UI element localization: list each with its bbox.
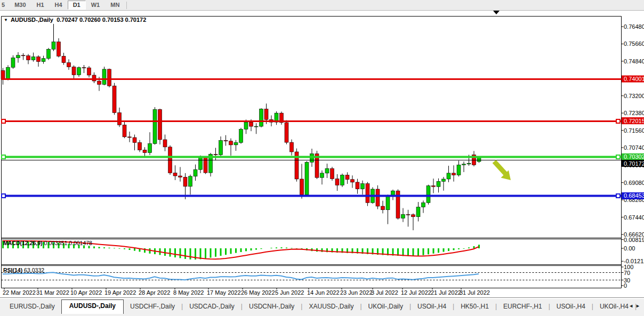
- price-axis-label: 0.70740: [624, 144, 644, 151]
- chart-tab-usoil-h4[interactable]: USOil-,H4: [550, 300, 592, 313]
- candle-body: [325, 168, 329, 173]
- price-axis-label: 0.72380: [624, 110, 644, 116]
- macd-name: MACD(12,26,9): [3, 240, 43, 246]
- chart-tabs-bar: EURUSD-,DailyAUDUSD-,DailyUSDCHF-,Daily|…: [0, 299, 644, 316]
- candle-body: [148, 144, 152, 153]
- candle-body: [21, 55, 25, 56]
- macd-histogram-bar: [271, 248, 272, 248]
- price-axis-label: 0.71560: [624, 127, 644, 134]
- date-axis-label: 5 Jun 2022: [275, 289, 304, 296]
- line-handle[interactable]: [2, 119, 5, 123]
- candle-body: [189, 176, 192, 187]
- macd-histogram-bar: [190, 248, 191, 260]
- candle-body: [452, 173, 456, 175]
- macd-histogram-bar: [205, 248, 206, 258]
- macd-histogram-bar: [245, 248, 247, 251]
- candle-body: [447, 173, 450, 179]
- chart-shift-marker-icon[interactable]: [493, 11, 500, 14]
- candle-body: [432, 186, 436, 187]
- candle-body: [6, 67, 10, 79]
- candle-body: [133, 137, 136, 142]
- macd-histogram-bar: [103, 247, 105, 248]
- date-axis-label: 21 Jul 2022: [431, 289, 461, 296]
- candle-body: [179, 176, 182, 177]
- date-axis-label: 14 Jun 2022: [307, 289, 340, 296]
- candle-body: [118, 112, 122, 125]
- candle-body: [183, 177, 187, 186]
- date-axis-label: 23 Jun 2022: [340, 289, 373, 296]
- collapse-triangle-icon[interactable]: ▼: [4, 18, 8, 22]
- price-axis-label: 0.69080: [624, 180, 644, 186]
- candle-body: [381, 206, 385, 210]
- candle-body: [386, 196, 390, 210]
- macd-histogram-bar: [443, 248, 445, 252]
- macd-histogram-bar: [114, 248, 115, 248]
- chart-tab-usdcnh-daily[interactable]: USDCNH-,Daily: [243, 300, 301, 313]
- price-badge-0.72015-text: 0.72015: [624, 118, 644, 124]
- date-axis-label: 26 May 2022: [241, 289, 275, 296]
- candle-body: [437, 181, 440, 187]
- tab-scroll-nav: ◄►: [629, 303, 642, 309]
- candle-body: [143, 150, 147, 152]
- candle-body: [194, 169, 197, 176]
- candle-body: [158, 109, 162, 140]
- date-axis-label: 22 Mar 2022: [3, 289, 36, 296]
- candle-body: [52, 42, 55, 49]
- candle-body: [254, 126, 258, 127]
- macd-histogram-bar: [407, 248, 409, 256]
- macd-values: 0.003351 0.001478: [44, 240, 92, 246]
- date-axis-label: 12 Jul 2022: [401, 289, 431, 296]
- chart-tab-usdchf-daily[interactable]: USDCHF-,Daily: [124, 300, 181, 313]
- macd-histogram-bar: [93, 246, 95, 248]
- candle-body: [62, 56, 66, 62]
- candle-body: [138, 143, 142, 150]
- tab-scroll-right-icon[interactable]: ►: [635, 303, 642, 309]
- candle-body: [204, 157, 207, 173]
- line-handle[interactable]: [2, 155, 5, 159]
- macd-histogram-bar: [417, 248, 419, 256]
- trading-platform-window: 5M30H1H4D1W1MN 0.764800.756600.748400.73…: [0, 0, 644, 316]
- candle-body: [112, 86, 116, 112]
- line-handle[interactable]: [2, 194, 5, 198]
- line-handle[interactable]: [616, 155, 620, 159]
- price-axis-label: 0.67440: [624, 214, 644, 221]
- candle-body: [239, 129, 243, 143]
- macd-histogram-bar: [291, 248, 293, 248]
- date-axis-label: 8 May 2022: [173, 289, 204, 296]
- macd-histogram-bar: [261, 248, 262, 249]
- line-handle[interactable]: [616, 194, 620, 198]
- macd-histogram-bar: [413, 248, 414, 256]
- macd-histogram-bar: [458, 248, 460, 249]
- macd-histogram-bar: [109, 248, 110, 248]
- candle-body: [77, 68, 81, 75]
- price-chart: 0.764800.756600.748400.732000.723800.715…: [0, 0, 644, 299]
- chart-tab-usdcad-daily[interactable]: USDCAD-,Daily: [183, 300, 241, 313]
- tab-scroll-left-icon[interactable]: ◄: [629, 303, 635, 309]
- candle-body: [416, 207, 420, 217]
- macd-histogram-bar: [174, 248, 176, 257]
- macd-histogram-bar: [276, 247, 277, 248]
- candle-body: [87, 68, 91, 75]
- chart-tab-eurchf-h1[interactable]: EURCHF-,H1: [497, 300, 549, 313]
- down-arrow-annotation[interactable]: [494, 161, 505, 174]
- chart-tab-audusd-daily[interactable]: AUDUSD-,Daily: [61, 299, 124, 314]
- candle-body: [264, 109, 268, 120]
- chart-tab-hk50-h1[interactable]: HK50-,H1: [454, 300, 495, 313]
- candle-body: [361, 184, 365, 189]
- line-handle[interactable]: [616, 119, 620, 123]
- candle-body: [442, 179, 446, 181]
- chart-tab-eurusd-daily[interactable]: EURUSD-,Daily: [3, 300, 61, 313]
- candle-body: [37, 57, 41, 62]
- macd-histogram-bar: [423, 248, 424, 255]
- candle-body: [47, 49, 51, 58]
- chart-tab-xauusd-daily[interactable]: XAUUSD-,Daily: [302, 300, 360, 313]
- candle-body: [249, 122, 253, 126]
- price-badge-0.70302-text: 0.70302: [624, 153, 644, 160]
- chart-tab-usoil-h4[interactable]: USOil-,H4: [411, 300, 453, 313]
- macd-histogram-bar: [473, 246, 475, 248]
- macd-histogram-bar: [453, 248, 455, 250]
- candle-body: [173, 173, 177, 176]
- chart-tab-ukoil-daily[interactable]: UKOil-,Daily: [362, 300, 409, 313]
- candle-body: [467, 163, 471, 164]
- candle-body: [31, 57, 35, 60]
